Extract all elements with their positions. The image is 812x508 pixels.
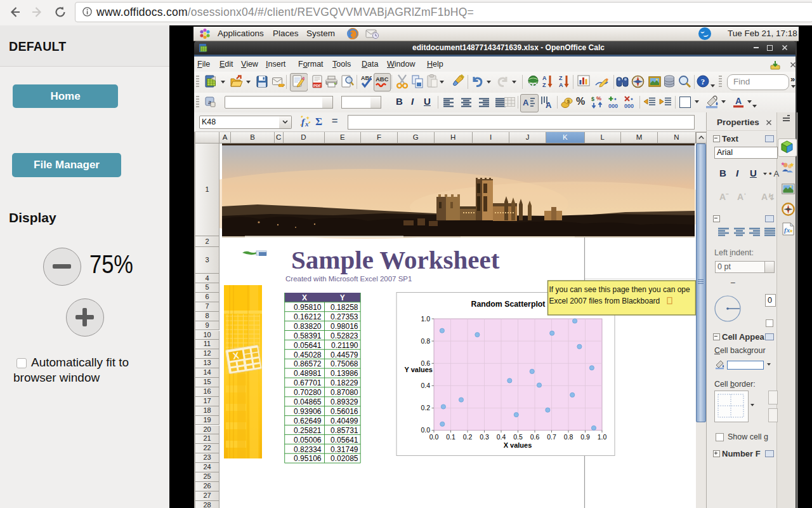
svg-text:$: $ [591, 96, 594, 102]
svg-text:0.27353: 0.27353 [331, 312, 358, 321]
svg-text:0.0: 0.0 [429, 433, 439, 441]
svg-text:0.2: 0.2 [463, 433, 473, 441]
svg-text:0.4: 0.4 [421, 382, 430, 389]
svg-text:0.67701: 0.67701 [294, 378, 322, 387]
svg-text:A: A [542, 75, 547, 81]
svg-text:If you can see this page then: If you can see this page then you can op… [549, 285, 690, 294]
svg-text:x: x [304, 120, 309, 128]
svg-text:0.58391: 0.58391 [294, 331, 322, 340]
svg-text:0.87080: 0.87080 [331, 388, 358, 397]
svg-text:0.83820: 0.83820 [294, 322, 322, 331]
svg-text:Y: Y [340, 293, 345, 302]
svg-text:Excel 2007 files from Blackboa: Excel 2007 files from Blackboard [549, 297, 660, 305]
svg-text:0.95810: 0.95810 [294, 303, 322, 312]
svg-text:%: % [596, 95, 601, 102]
svg-text:000: 000 [608, 103, 618, 109]
svg-text:Y values: Y values [405, 366, 433, 373]
svg-text:0.04865: 0.04865 [294, 398, 322, 406]
svg-text:0.75068: 0.75068 [331, 359, 358, 368]
svg-text:0.40499: 0.40499 [331, 417, 358, 425]
svg-text:fx: fx [784, 226, 790, 234]
svg-text:0.18229: 0.18229 [331, 378, 358, 387]
svg-text:1.0: 1.0 [421, 315, 430, 323]
svg-text:ABC: ABC [376, 76, 388, 83]
svg-text:Created with Microsoft Excel 2: Created with Microsoft Excel 2007 SP1 [285, 275, 412, 283]
svg-text:0.16212: 0.16212 [294, 312, 322, 321]
svg-text:0.85731: 0.85731 [331, 426, 358, 435]
svg-text:0.52823: 0.52823 [331, 331, 358, 340]
svg-text:Sample Worksheet: Sample Worksheet [291, 245, 500, 274]
svg-text:0.95106: 0.95106 [294, 454, 322, 463]
svg-text:A: A [546, 100, 552, 109]
svg-text:X values: X values [504, 441, 532, 449]
svg-text:0.5: 0.5 [513, 433, 523, 441]
svg-text:0.05006: 0.05006 [294, 436, 322, 444]
svg-text:Z: Z [559, 75, 563, 81]
svg-text:A: A [523, 98, 529, 107]
svg-text:0.1: 0.1 [446, 433, 455, 441]
svg-text:0.3: 0.3 [480, 433, 489, 441]
svg-text:0.05641: 0.05641 [331, 436, 358, 444]
svg-text:Random Scatterplot: Random Scatterplot [471, 300, 546, 309]
svg-text:0.18258: 0.18258 [331, 303, 358, 312]
svg-text:0.8: 0.8 [421, 337, 430, 345]
svg-text:PDF: PDF [313, 84, 321, 88]
svg-text:0.44579: 0.44579 [331, 351, 358, 359]
svg-text:X: X [302, 293, 307, 302]
svg-text:0.6: 0.6 [530, 433, 540, 441]
svg-text:Z: Z [542, 82, 546, 88]
svg-text:000: 000 [624, 103, 634, 109]
svg-text:1.0: 1.0 [598, 433, 607, 441]
svg-text:0.62649: 0.62649 [294, 417, 322, 425]
svg-text:$: $ [567, 98, 570, 104]
svg-text:0.25821: 0.25821 [294, 426, 322, 435]
svg-text:0.13986: 0.13986 [331, 369, 358, 378]
svg-text:A: A [559, 82, 563, 88]
svg-text:0.98016: 0.98016 [331, 322, 358, 331]
svg-text:0.93906: 0.93906 [294, 407, 322, 416]
svg-text:0.31749: 0.31749 [331, 445, 358, 454]
svg-text:0.86572: 0.86572 [294, 359, 322, 368]
svg-text:0.48981: 0.48981 [294, 369, 322, 378]
svg-text:0.9: 0.9 [580, 433, 590, 441]
svg-text:0.89329: 0.89329 [331, 398, 358, 406]
svg-text:0.56016: 0.56016 [331, 407, 358, 416]
svg-text:0.8: 0.8 [564, 433, 573, 441]
svg-text:0.70280: 0.70280 [294, 388, 322, 397]
svg-text:0.7: 0.7 [547, 433, 556, 441]
svg-text:0.21190: 0.21190 [331, 341, 358, 350]
svg-text:0.82334: 0.82334 [294, 445, 322, 454]
svg-text:0.02085: 0.02085 [331, 454, 358, 463]
svg-text:0.2: 0.2 [421, 404, 430, 411]
svg-text:0.05641: 0.05641 [294, 341, 322, 350]
svg-text:A: A [735, 96, 742, 106]
svg-text:0.45028: 0.45028 [294, 351, 322, 359]
svg-text:?: ? [701, 77, 705, 86]
svg-text:0.4: 0.4 [497, 433, 506, 441]
